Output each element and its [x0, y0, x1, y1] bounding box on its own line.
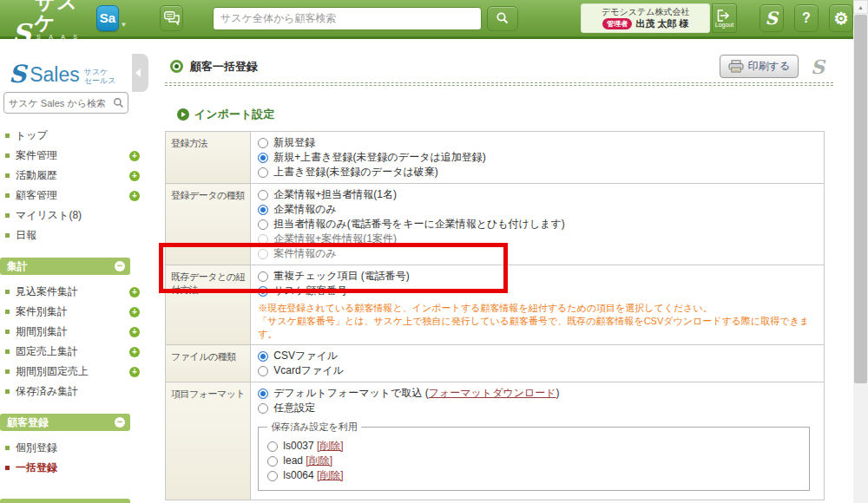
radio-icon[interactable]	[258, 403, 268, 414]
radio-icon[interactable]	[258, 190, 268, 200]
bullet-icon	[5, 173, 10, 178]
expand-plus-icon[interactable]: +	[129, 171, 140, 181]
help-button[interactable]: ?	[794, 4, 819, 32]
chat-button[interactable]	[160, 5, 183, 31]
page: S サスケ S A A S K E Sa ▼	[0, 0, 868, 503]
radio-icon[interactable]	[258, 138, 268, 148]
expand-plus-icon[interactable]: +	[129, 367, 140, 377]
radio-option-company-only[interactable]: 企業情報のみ	[258, 202, 817, 217]
sidebar-item-period-fixed-sales[interactable]: 期間別固定売上 +	[0, 362, 152, 382]
expand-plus-icon[interactable]: +	[129, 307, 140, 317]
radio-option-new-plus-overwrite[interactable]: 新規+上書き登録(未登録のデータは追加登録)	[258, 150, 817, 165]
radio-icon-checked[interactable]	[258, 286, 268, 297]
radio-option-duplicate-check[interactable]: 重複チェック項目 (電話番号)	[258, 269, 817, 284]
expand-plus-icon[interactable]: +	[129, 151, 140, 161]
radio-option-new-registration[interactable]: 新規登録	[258, 135, 817, 150]
radio-icon[interactable]	[267, 441, 278, 452]
sidebar-search-box[interactable]	[3, 92, 128, 114]
collapse-minus-icon[interactable]: −	[115, 261, 125, 271]
collapse-minus-icon[interactable]: −	[115, 417, 125, 428]
radio-icon[interactable]	[258, 249, 268, 259]
expand-plus-icon[interactable]: +	[129, 287, 140, 297]
radio-icon-checked[interactable]	[258, 351, 268, 362]
sidebar-item-customer-management[interactable]: 顧客管理 +	[0, 186, 152, 206]
sidebar-item-saved-aggregation[interactable]: 保存済み集計	[0, 382, 152, 402]
radio-icon-checked[interactable]	[258, 205, 268, 215]
sidebar-item-activity-history[interactable]: 活動履歴 +	[0, 166, 152, 186]
radio-option-company-plus-contact[interactable]: 企業情報+担当者情報(1名)	[258, 187, 817, 202]
radio-icon[interactable]	[267, 471, 278, 481]
sidebar-item-mylist[interactable]: マイリスト(8)	[0, 206, 152, 225]
sales-logo-jp2: セールス	[84, 76, 116, 85]
radio-icon[interactable]	[258, 234, 268, 245]
scrollbar-up-arrow[interactable]: ▲	[853, 0, 868, 14]
sidebar-item-case-management[interactable]: 案件管理 +	[0, 146, 152, 166]
sidebar-collapse-tab[interactable]	[132, 54, 148, 92]
delete-link[interactable]: [削除]	[317, 439, 344, 454]
app-switcher-sa-badge[interactable]: Sa	[96, 5, 118, 31]
company-name: デモシステム株式会社	[587, 6, 704, 17]
bullet-icon	[5, 369, 10, 374]
vertical-scrollbar[interactable]: ▲	[853, 0, 868, 503]
radio-option-default-format[interactable]: デフォルトフォーマットで取込 (フォーマットダウンロード)	[258, 386, 817, 401]
radio-icon[interactable]	[267, 456, 278, 467]
radio-option-sasuke-customer-number[interactable]: サスケ顧客番号	[258, 284, 817, 298]
radio-option-vcard-file[interactable]: Vcardファイル	[258, 363, 817, 378]
sidebar-item-period-aggregation[interactable]: 期間別集計 +	[0, 322, 152, 342]
radio-option-saved-ls0037[interactable]: ls0037 [削除]	[267, 439, 802, 454]
settings-button[interactable]: ⚙	[829, 4, 853, 32]
table-row: 項目フォーマット デフォルトフォーマットで取込 (フォーマットダウンロード) 任…	[166, 382, 825, 500]
chat-bubbles-icon	[164, 11, 180, 25]
sasuke-home-button[interactable]: S	[760, 4, 784, 32]
sidebar-section-aggregation[interactable]: 集計 −	[0, 258, 130, 275]
saved-settings-fieldset: 保存済み設定を利用 ls0037 [削除] lead [削除] ls0064 […	[258, 421, 810, 491]
radio-icon[interactable]	[258, 366, 268, 376]
sidebar-item-bulk-registration[interactable]: 一括登録	[0, 458, 152, 478]
global-search-input[interactable]	[213, 7, 482, 30]
refresh-icon[interactable]: S	[811, 57, 825, 76]
chevron-down-icon[interactable]: ▼	[121, 21, 128, 29]
expand-plus-icon[interactable]: +	[129, 347, 140, 357]
radio-option-overwrite[interactable]: 上書き登録(未登録のデータは破棄)	[258, 165, 817, 180]
radio-option-case-only[interactable]: 案件情報のみ	[258, 246, 817, 261]
sidebar-item-top[interactable]: トップ	[0, 126, 152, 146]
radio-icon-checked[interactable]	[258, 389, 268, 399]
scrollbar-thumb[interactable]	[854, 15, 867, 383]
radio-option-company-plus-case[interactable]: 企業情報+案件情報(1案件)	[258, 232, 817, 246]
radio-icon-checked[interactable]	[258, 153, 268, 163]
sasuke-logo[interactable]: S サスケ S A A S K E	[12, 0, 82, 46]
sidebar-item-fixed-sales-aggregation[interactable]: 固定売上集計 +	[0, 342, 152, 362]
sidebar-search-input[interactable]	[9, 98, 113, 108]
print-button-label: 印刷する	[748, 59, 791, 74]
sidebar-item-case-aggregation[interactable]: 案件別集計 +	[0, 302, 152, 322]
sales-logo[interactable]: S Sales サスケ セールス	[9, 64, 152, 85]
radio-icon[interactable]	[258, 219, 268, 230]
logout-button[interactable]: Logout	[712, 3, 736, 33]
page-title: 顧客一括登録	[190, 59, 720, 75]
table-row: 既存データとの紐 付方法 重複チェック項目 (電話番号) サスケ顧客番号 ※現在…	[166, 265, 825, 345]
user-info-box: デモシステム株式会社 管理者 出茂 太郎 様	[581, 3, 710, 33]
sidebar-item-prospect-aggregation[interactable]: 見込案件集計 +	[0, 282, 152, 302]
expand-plus-icon[interactable]: +	[129, 191, 140, 201]
radio-option-saved-ls0064[interactable]: ls0064 [削除]	[267, 468, 802, 483]
sidebar-section-customer-registration[interactable]: 顧客登録 −	[0, 414, 130, 431]
format-download-link[interactable]: フォーマットダウンロード	[429, 387, 556, 399]
bullet-icon	[5, 233, 10, 238]
sidebar-item-daily-report[interactable]: 日報	[0, 225, 152, 245]
sidebar-item-individual-registration[interactable]: 個別登録	[0, 438, 152, 458]
sasuke-icon: S	[765, 8, 777, 29]
global-search-button[interactable]	[487, 6, 518, 31]
expand-plus-icon[interactable]: +	[129, 327, 140, 337]
radio-option-custom-setting[interactable]: 任意設定	[258, 401, 817, 415]
radio-option-contact-only[interactable]: 担当者情報のみ(電話番号をキーに企業情報とひも付けします)	[258, 217, 817, 232]
radio-option-saved-lead[interactable]: lead [削除]	[267, 454, 802, 468]
radio-option-csv-file[interactable]: CSVファイル	[258, 349, 817, 363]
delete-link[interactable]: [削除]	[306, 454, 332, 468]
delete-link[interactable]: [削除]	[317, 468, 344, 483]
radio-icon[interactable]	[258, 167, 268, 178]
radio-icon[interactable]	[258, 271, 268, 282]
linking-note-1: ※現在登録されている顧客情報と、インポートする顧客情報を紐付するための項目を選択…	[258, 302, 817, 315]
linking-note-2: 「サスケ顧客番号」とは、サスケ上で独自に発行している顧客番号で、既存の顧客情報を…	[258, 315, 817, 341]
print-button[interactable]: 印刷する	[720, 55, 799, 78]
help-icon: ?	[802, 10, 811, 26]
